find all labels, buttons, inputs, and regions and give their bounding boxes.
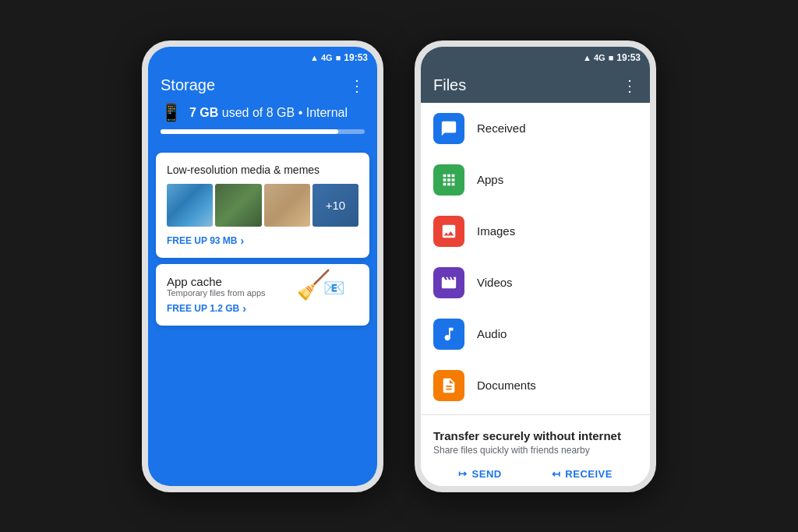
signal-icon: ▲ 4G xyxy=(310,53,333,62)
file-item-images[interactable]: Images xyxy=(421,206,650,257)
cache-free-up-arrow: › xyxy=(242,302,246,315)
files-title: Files xyxy=(433,76,466,94)
send-button[interactable]: ↦ SEND xyxy=(458,468,502,480)
file-list: Received Apps Images xyxy=(421,103,650,411)
storage-bar-fill xyxy=(161,129,338,134)
file-item-apps[interactable]: Apps xyxy=(421,154,650,206)
received-label: Received xyxy=(477,122,526,135)
storage-info: 📱 7 GB used of 8 GB • Internal xyxy=(161,103,365,123)
thumbnail-more: +10 xyxy=(312,184,358,227)
cache-free-up-link[interactable]: FREE UP 1.2 GB › xyxy=(167,302,266,315)
thumbnail-2 xyxy=(215,184,261,227)
send-icon: ↦ xyxy=(458,468,468,480)
transfer-title: Transfer securely without internet xyxy=(433,429,637,442)
thumbnail-3 xyxy=(264,184,310,227)
files-menu-icon[interactable]: ⋮ xyxy=(622,76,637,95)
documents-label: Documents xyxy=(477,379,536,392)
transfer-buttons: ↦ SEND ↤ RECEIVE xyxy=(433,465,637,480)
cache-icons: 🧹 📧 xyxy=(302,272,358,305)
cache-folder-icon: 📧 xyxy=(323,278,344,311)
left-menu-icon[interactable]: ⋮ xyxy=(349,76,365,95)
thumbnail-1 xyxy=(167,184,213,227)
files-app-bar: Files ⋮ xyxy=(421,69,650,103)
left-content: Storage ⋮ 📱 7 GB used of 8 GB • Internal… xyxy=(148,69,377,492)
cache-free-up-label: FREE UP 1.2 GB xyxy=(167,303,239,314)
cache-card-inner: App cache Temporary files from apps FREE… xyxy=(167,275,358,315)
transfer-subtitle: Share files quickly with friends nearby xyxy=(433,445,637,456)
cache-title: App cache xyxy=(167,275,266,288)
file-item-videos[interactable]: Videos xyxy=(421,257,650,308)
file-item-documents[interactable]: Documents xyxy=(421,360,650,411)
media-free-up-link[interactable]: FREE UP 93 MB › xyxy=(167,234,358,247)
storage-text-container: 7 GB used of 8 GB • Internal xyxy=(189,106,348,120)
images-icon xyxy=(433,216,464,247)
videos-icon xyxy=(433,267,464,298)
receive-button[interactable]: ↤ RECEIVE xyxy=(552,468,613,480)
apps-label: Apps xyxy=(477,173,503,186)
file-item-received[interactable]: Received xyxy=(421,103,650,154)
media-card: Low-resolution media & memes +10 FREE UP… xyxy=(156,153,369,258)
storage-section: 📱 7 GB used of 8 GB • Internal xyxy=(148,103,377,146)
left-time: 19:53 xyxy=(344,52,368,63)
audio-label: Audio xyxy=(477,327,507,340)
right-time: 19:53 xyxy=(616,52,641,63)
left-status-bar: ▲ 4G ■ 19:53 xyxy=(148,47,377,69)
received-icon xyxy=(433,113,464,144)
right-status-bar: ▲ 4G ■ 19:53 xyxy=(421,47,650,69)
documents-icon xyxy=(433,370,464,401)
cache-info: App cache Temporary files from apps FREE… xyxy=(167,275,266,315)
right-phone: ▲ 4G ■ 19:53 Files ⋮ Received xyxy=(415,41,656,492)
audio-icon xyxy=(433,319,464,350)
receive-label: RECEIVE xyxy=(565,468,613,480)
battery-icon: ■ xyxy=(336,53,341,62)
cache-card: App cache Temporary files from apps FREE… xyxy=(156,264,369,326)
right-signal-icon: ▲ 4G xyxy=(583,53,606,62)
send-label: SEND xyxy=(472,468,502,480)
videos-label: Videos xyxy=(477,276,513,289)
right-battery-icon: ■ xyxy=(609,53,614,62)
divider xyxy=(421,414,650,415)
left-app-bar: Storage ⋮ xyxy=(148,69,377,103)
storage-gb: 7 GB xyxy=(189,106,218,119)
storage-title: Storage xyxy=(161,76,215,94)
cache-subtitle: Temporary files from apps xyxy=(167,288,266,298)
storage-label: used of 8 GB • Internal xyxy=(222,106,348,119)
receive-icon: ↤ xyxy=(552,468,561,480)
file-item-audio[interactable]: Audio xyxy=(421,308,650,360)
media-card-title: Low-resolution media & memes xyxy=(167,164,358,176)
transfer-section: Transfer securely without internet Share… xyxy=(421,418,650,488)
images-label: Images xyxy=(477,224,515,238)
left-phone: ▲ 4G ■ 19:53 Storage ⋮ 📱 7 GB used of 8 … xyxy=(142,41,383,492)
media-free-up-label: FREE UP 93 MB xyxy=(167,235,237,246)
right-content: Files ⋮ Received App xyxy=(421,69,650,492)
media-thumbnails: +10 xyxy=(167,184,358,227)
apps-icon xyxy=(433,164,464,196)
phone-storage-icon: 📱 xyxy=(161,103,182,123)
storage-bar-background xyxy=(161,129,365,134)
storage-used: 7 GB used of 8 GB • Internal xyxy=(189,106,348,119)
media-free-up-arrow: › xyxy=(240,234,244,247)
